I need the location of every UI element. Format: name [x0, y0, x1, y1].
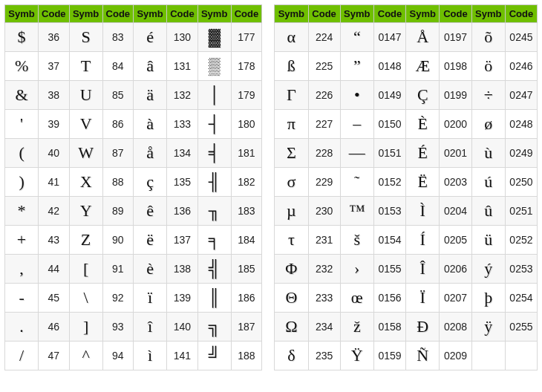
- code-cell: 0250: [505, 168, 537, 197]
- symbol-cell: T: [69, 52, 102, 81]
- col-header-code: Code: [373, 5, 405, 23]
- symbol-cell: ┤: [197, 110, 231, 139]
- symbol-cell: &: [5, 81, 39, 110]
- code-cell: 94: [102, 342, 133, 370]
- symbol-cell: ”: [340, 52, 373, 81]
- table-row: )41X88ç135╢182: [5, 168, 262, 197]
- code-cell: 85: [102, 81, 133, 110]
- code-cell: 92: [102, 284, 133, 313]
- code-cell: 0197: [440, 23, 471, 52]
- code-cell: 40: [39, 139, 69, 168]
- code-cell: 89: [102, 197, 133, 226]
- symbol-cell: Ω: [275, 313, 308, 342]
- symbol-cell: W: [69, 139, 102, 168]
- col-header-code: Code: [167, 5, 197, 23]
- symbol-cell: û: [471, 197, 505, 226]
- code-cell: 0152: [373, 168, 405, 197]
- symbol-cell: ╢: [197, 168, 231, 197]
- symbol-cell: .: [5, 313, 39, 342]
- symbol-cell: õ: [471, 23, 505, 52]
- symbol-cell: ö: [471, 52, 505, 81]
- symbol-cell: é: [134, 23, 167, 52]
- left-table: SymbCodeSymbCodeSymbCodeSymbCode $36S83é…: [4, 4, 262, 370]
- symbol-cell: ╡: [197, 139, 231, 168]
- col-header-code: Code: [39, 5, 69, 23]
- symbol-cell: ž: [340, 313, 373, 342]
- symbol-cell: Σ: [275, 139, 308, 168]
- table-row: µ230™0153Ì0204û0251: [275, 197, 538, 226]
- code-cell: 141: [167, 342, 197, 370]
- code-cell: 0150: [373, 110, 405, 139]
- code-cell: 43: [39, 226, 69, 255]
- table-row: $36S83é130▓177: [5, 23, 262, 52]
- code-cell: 0201: [440, 139, 471, 168]
- col-header-code: Code: [308, 5, 340, 23]
- code-cell: 185: [231, 255, 261, 284]
- symbol-cell: π: [275, 110, 308, 139]
- code-cell: 224: [308, 23, 340, 52]
- table-row: Θ233œ0156Ï0207þ0254: [275, 284, 538, 313]
- symbol-cell: ]: [69, 313, 102, 342]
- symbol-cell: $: [5, 23, 39, 52]
- symbol-cell: %: [5, 52, 39, 81]
- code-cell: 0207: [440, 284, 471, 313]
- table-row: τ231š0154Í0205ü0252: [275, 226, 538, 255]
- symbol-cell: å: [134, 139, 167, 168]
- code-cell: 135: [167, 168, 197, 197]
- code-cell: 177: [231, 23, 261, 52]
- col-header-symb: Symb: [5, 5, 39, 23]
- symbol-cell: â: [134, 52, 167, 81]
- code-cell: 233: [308, 284, 340, 313]
- code-cell: 45: [39, 284, 69, 313]
- symbol-cell: ╗: [197, 313, 231, 342]
- table-row: %37T84â131▒178: [5, 52, 262, 81]
- col-header-symb: Symb: [69, 5, 102, 23]
- table-row: Φ232›0155Î0206ý0253: [275, 255, 538, 284]
- symbol-cell: /: [5, 342, 39, 370]
- code-cell: 0200: [440, 110, 471, 139]
- code-cell: 187: [231, 313, 261, 342]
- code-cell: 132: [167, 81, 197, 110]
- code-cell: 41: [39, 168, 69, 197]
- symbol-cell: Í: [406, 226, 440, 255]
- symbol-cell: [471, 342, 505, 370]
- col-header-symb: Symb: [134, 5, 167, 23]
- code-cell: 0198: [440, 52, 471, 81]
- code-cell: 0199: [440, 81, 471, 110]
- code-cell: 0159: [373, 342, 405, 370]
- symbol-cell: ý: [471, 255, 505, 284]
- symbol-cell: ú: [471, 168, 505, 197]
- code-cell: 232: [308, 255, 340, 284]
- symbol-cell: Γ: [275, 81, 308, 110]
- code-cell: 180: [231, 110, 261, 139]
- code-cell: 0156: [373, 284, 405, 313]
- code-cell: 0206: [440, 255, 471, 284]
- code-cell: 181: [231, 139, 261, 168]
- col-header-symb: Symb: [275, 5, 308, 23]
- code-cell: 0208: [440, 313, 471, 342]
- code-cell: 0209: [440, 342, 471, 370]
- code-cell: 0153: [373, 197, 405, 226]
- col-header-symb: Symb: [406, 5, 440, 23]
- code-cell: 46: [39, 313, 69, 342]
- symbol-cell: -: [5, 284, 39, 313]
- table-row: +43Z90ë137╕184: [5, 226, 262, 255]
- code-cell: 139: [167, 284, 197, 313]
- tables-wrap: SymbCodeSymbCodeSymbCodeSymbCode $36S83é…: [4, 4, 538, 370]
- symbol-cell: Ï: [406, 284, 440, 313]
- table-row: .46]93î140╗187: [5, 313, 262, 342]
- table-row: -45\92ï139║186: [5, 284, 262, 313]
- symbol-cell: ü: [471, 226, 505, 255]
- symbol-cell: X: [69, 168, 102, 197]
- symbol-cell: (: [5, 139, 39, 168]
- code-cell: 178: [231, 52, 261, 81]
- code-cell: 229: [308, 168, 340, 197]
- symbol-cell: *: [5, 197, 39, 226]
- code-cell: 182: [231, 168, 261, 197]
- symbol-cell: “: [340, 23, 373, 52]
- code-cell: 140: [167, 313, 197, 342]
- col-header-code: Code: [505, 5, 537, 23]
- code-cell: 235: [308, 342, 340, 370]
- code-cell: 234: [308, 313, 340, 342]
- symbol-cell: Θ: [275, 284, 308, 313]
